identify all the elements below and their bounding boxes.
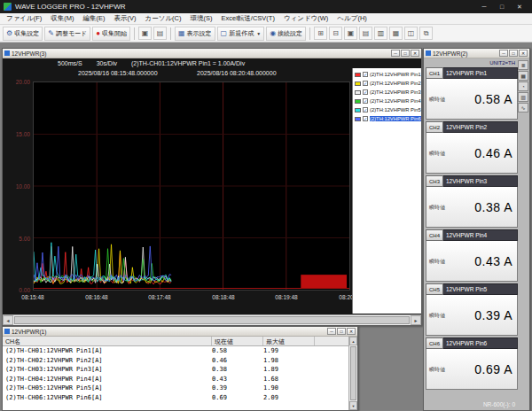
scroll-up-icon[interactable]: ▲ <box>349 337 357 345</box>
table-row[interactable]: (2)TH-CH05:12VHPWR Pin5[A] 0.39 1.90 <box>3 384 348 393</box>
legend-item-pin6[interactable]: ✓ (2)TH:12VHPWR Pin6 <box>353 114 421 123</box>
new-create-button[interactable]: ▢ 新規作成 ▼ <box>217 27 265 41</box>
list-view-icon[interactable]: ⊟ <box>329 27 342 40</box>
meter-window-controls: ─ □ ✕ <box>499 50 528 57</box>
scroll-left-icon[interactable]: ◄ <box>3 315 13 325</box>
vertical-scrollbar[interactable]: ▲ ▼ <box>348 337 357 410</box>
analog-meter-icon[interactable]: ◔ <box>518 81 528 91</box>
meter-window-titlebar[interactable]: 12VHPWR(2) ─ □ ✕ <box>424 49 529 58</box>
adjust-mode-button[interactable]: ✎ 調整モード <box>44 27 90 41</box>
close-button[interactable]: ✕ <box>519 50 528 57</box>
waveform-window-controls: ─ □ ✕ <box>391 50 419 57</box>
title-bar: WAVE LOGGER PRO - 12VHPWR ─ □ ✕ <box>0 0 532 13</box>
maximize-button[interactable]: □ <box>493 0 511 13</box>
legend-item-pin5[interactable]: ✓ (2)TH:12VHPWR Pin5 <box>353 105 421 114</box>
legend-item-pin1[interactable]: ✓ (2)TH:12VHPWR Pin1 <box>353 70 421 79</box>
meter-window-icon <box>426 50 431 56</box>
maximize-button[interactable]: □ <box>509 50 518 57</box>
ch-name-cell: (2)TH-CH01:12VHPWR Pin1[A] <box>3 347 212 354</box>
meter-display: 瞬時値 0.43 A <box>426 241 518 282</box>
channel-checkbox[interactable]: ✓ <box>363 72 368 77</box>
menu-file[interactable]: ファイル(F) <box>2 14 46 23</box>
close-button[interactable]: ✕ <box>347 328 356 335</box>
meter-pin1: CH1 12VHPWR Pin1 瞬時値 0.58 A <box>426 67 518 120</box>
digital-meter-icon[interactable]: ▦ <box>518 71 528 81</box>
wave-view-icon[interactable]: ▤ <box>359 27 372 40</box>
trend-graph-icon[interactable]: ∿ <box>518 103 528 112</box>
tile-windows-icon[interactable]: ⧉ <box>419 27 433 40</box>
menu-window[interactable]: ウィンドウ(W) <box>279 14 332 23</box>
channel-button[interactable]: CH6 <box>426 337 443 349</box>
menu-help[interactable]: ヘルプ(H) <box>332 14 371 23</box>
table-row[interactable]: (2)TH-CH01:12VHPWR Pin1[A] 0.58 1.99 <box>3 346 348 356</box>
current-value-cell: 0.58 <box>212 347 263 354</box>
table-window-titlebar[interactable]: 12VHPWR(1) ─ □ ✕ <box>3 327 357 337</box>
channel-button[interactable]: CH4 <box>426 229 443 241</box>
table-row[interactable]: (2)TH-CH03:12VHPWR Pin3[A] 0.38 1.89 <box>3 365 348 375</box>
split-horizontal-icon[interactable]: ▥ <box>374 27 387 40</box>
table-row[interactable]: (2)TH-CH06:12VHPWR Pin6[A] 0.69 2.09 <box>3 393 348 403</box>
connect-settings-button[interactable]: ◉ 接続設定 <box>266 27 306 41</box>
bar-graph-icon[interactable]: ▥ <box>518 92 528 102</box>
maximize-button[interactable]: □ <box>401 50 410 57</box>
scroll-right-icon[interactable]: ► <box>411 315 421 325</box>
table-row[interactable]: (2)TH-CH02:12VHPWR Pin2[A] 0.46 1.98 <box>3 356 348 366</box>
minimize-button[interactable]: ─ <box>475 0 493 13</box>
legend-item-pin2[interactable]: ✓ (2)TH:12VHPWR Pin2 <box>353 79 421 88</box>
max-value-cell: 1.89 <box>263 366 315 373</box>
menu-cursor[interactable]: カーソル(C) <box>141 14 186 23</box>
grid-view-icon[interactable]: ⊞ <box>314 27 327 40</box>
horizontal-scrollbar[interactable]: ◄ ► <box>3 314 421 325</box>
menu-bar: ファイル(F) 収集(M) 編集(E) 表示(V) カーソル(C) 環境(S) … <box>0 13 532 25</box>
legend-item-pin4[interactable]: ✓ (2)TH:12VHPWR Pin4 <box>353 97 421 105</box>
collect-start-button[interactable]: ● 収集開始 <box>92 27 130 41</box>
waveform-plot[interactable] <box>33 81 350 291</box>
close-button[interactable]: ✕ <box>411 50 419 57</box>
channel-button[interactable]: CH2 <box>426 121 443 133</box>
menu-edit[interactable]: 編集(E) <box>79 14 110 23</box>
cascade-windows-icon[interactable]: ◫ <box>404 27 418 40</box>
menu-excel-csv[interactable]: Excel転送/CSV(T) <box>216 14 278 23</box>
table-row[interactable]: (2)TH-CH04:12VHPWR Pin4[A] 0.43 1.68 <box>3 375 348 384</box>
maximize-button[interactable]: □ <box>337 328 346 335</box>
split-vertical-icon[interactable]: ▦ <box>389 27 403 40</box>
display-settings-button[interactable]: ▦ 表示設定 <box>175 27 215 41</box>
column-header-max[interactable]: 最大値 <box>263 337 315 345</box>
scrollbar-thumb[interactable] <box>350 346 356 400</box>
current-value-cell: 0.69 <box>212 394 263 401</box>
column-header-ch-name[interactable]: CH名 <box>3 337 212 345</box>
list-view-icon[interactable]: ≣ <box>518 60 528 70</box>
channel-checkbox[interactable]: ✓ <box>363 81 368 86</box>
waveform-window: 12VHPWR(3) ─ □ ✕ 500ms/S 30s/Div (2)TH-C… <box>2 48 422 326</box>
channel-button[interactable]: CH5 <box>426 283 443 295</box>
channel-checkbox[interactable]: ✓ <box>363 89 368 95</box>
digital-view-icon[interactable]: ▣ <box>344 27 357 40</box>
table-header: CH名 現在値 最大値 <box>3 337 348 346</box>
scrollbar-thumb[interactable] <box>14 316 410 324</box>
minimize-button[interactable]: ─ <box>327 328 336 335</box>
display-settings-icon: ▦ <box>178 30 185 37</box>
legend-item-pin3[interactable]: ✓ (2)TH:12VHPWR Pin3 <box>353 88 421 97</box>
minimize-button[interactable]: ─ <box>499 50 508 57</box>
close-button[interactable]: ✕ <box>511 0 528 13</box>
acquisition-info: 500ms/S 30s/Div (2)TH-CH01:12VHPWR Pin1 … <box>58 60 245 66</box>
menu-collect[interactable]: 収集(M) <box>46 14 78 23</box>
collect-settings-button[interactable]: ⚙ 収集設定 <box>3 27 43 41</box>
toolbar-separator <box>309 27 310 40</box>
waveform-window-titlebar[interactable]: 12VHPWR(3) ─ □ ✕ <box>3 49 421 58</box>
minimize-button[interactable]: ─ <box>391 50 400 57</box>
meter-pin6: CH6 12VHPWR Pin6 瞬時値 0.69 A <box>426 337 518 390</box>
menu-environment[interactable]: 環境(S) <box>185 14 216 23</box>
ch-name-cell: (2)TH-CH04:12VHPWR Pin4[A] <box>3 376 212 383</box>
print-icon[interactable]: ▤ <box>153 27 167 40</box>
channel-button[interactable]: CH3 <box>426 175 443 187</box>
trace-color-swatch <box>355 90 361 95</box>
channel-checkbox[interactable]: ✓ <box>363 98 368 104</box>
menu-view[interactable]: 表示(V) <box>110 14 141 23</box>
channel-checkbox[interactable]: ✓ <box>363 107 368 112</box>
scroll-down-icon[interactable]: ▼ <box>349 401 357 410</box>
column-header-current[interactable]: 現在値 <box>212 337 263 345</box>
channel-checkbox[interactable]: ✓ <box>363 116 368 121</box>
channel-button[interactable]: CH1 <box>426 67 443 79</box>
save-icon[interactable]: ▣ <box>138 27 152 40</box>
